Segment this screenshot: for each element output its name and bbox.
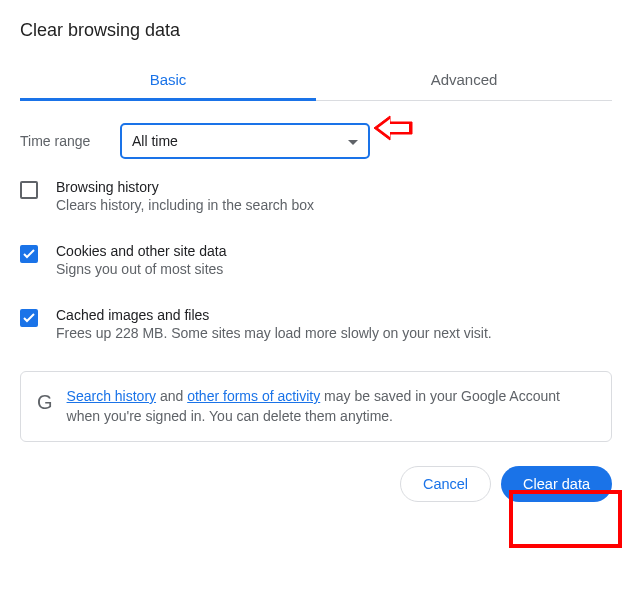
option-description: Frees up 228 MB. Some sites may load mor… bbox=[56, 325, 492, 341]
option-row: Cached images and filesFrees up 228 MB. … bbox=[20, 307, 612, 341]
option-description: Clears history, including in the search … bbox=[56, 197, 314, 213]
tabs: Basic Advanced bbox=[20, 59, 612, 101]
search-history-link[interactable]: Search history bbox=[67, 388, 156, 404]
option-description: Signs you out of most sites bbox=[56, 261, 226, 277]
time-range-value: All time bbox=[132, 133, 178, 149]
clear-data-button[interactable]: Clear data bbox=[501, 466, 612, 502]
time-range-select[interactable]: All time bbox=[120, 123, 370, 159]
google-account-info: G Search history and other forms of acti… bbox=[20, 371, 612, 442]
time-range-label: Time range bbox=[20, 133, 120, 149]
option-checkbox[interactable] bbox=[20, 181, 38, 199]
tab-advanced[interactable]: Advanced bbox=[316, 59, 612, 100]
option-checkbox[interactable] bbox=[20, 309, 38, 327]
info-text: and bbox=[156, 388, 187, 404]
option-title: Cached images and files bbox=[56, 307, 492, 323]
cancel-button[interactable]: Cancel bbox=[400, 466, 491, 502]
option-checkbox[interactable] bbox=[20, 245, 38, 263]
option-row: Browsing historyClears history, includin… bbox=[20, 179, 612, 213]
dialog-actions: Cancel Clear data bbox=[0, 442, 632, 520]
tab-basic[interactable]: Basic bbox=[20, 59, 316, 100]
option-row: Cookies and other site dataSigns you out… bbox=[20, 243, 612, 277]
option-title: Cookies and other site data bbox=[56, 243, 226, 259]
option-title: Browsing history bbox=[56, 179, 314, 195]
dialog-title: Clear browsing data bbox=[20, 20, 612, 41]
options-list: Browsing historyClears history, includin… bbox=[20, 179, 612, 341]
chevron-down-icon bbox=[348, 133, 358, 149]
other-activity-link[interactable]: other forms of activity bbox=[187, 388, 320, 404]
google-logo-icon: G bbox=[37, 388, 53, 417]
